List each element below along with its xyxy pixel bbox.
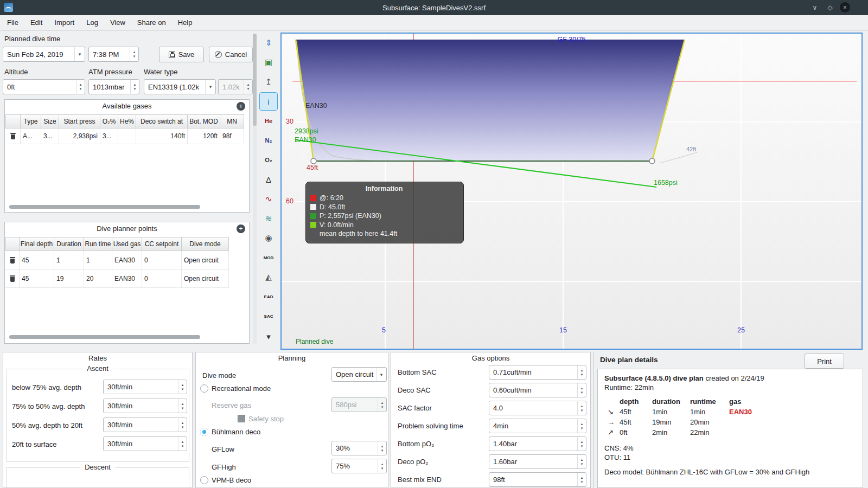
menu-import[interactable]: Import	[48, 15, 80, 30]
point-gas-cell[interactable]: EAN30	[112, 269, 142, 288]
point-setpoint-cell[interactable]: 0	[142, 269, 182, 288]
ceiling-icon[interactable]: ↥	[259, 73, 278, 91]
add-point-button[interactable]: +	[237, 224, 245, 233]
gas-mnd-cell[interactable]: 98f	[220, 129, 244, 144]
nitrogen-icon[interactable]: N₂	[259, 131, 278, 150]
water-type-combobox[interactable]: EN13319 (1.02k ▾	[144, 79, 216, 94]
points-horizontal-scrollbar[interactable]	[9, 335, 200, 339]
print-button[interactable]: Print	[805, 354, 844, 369]
spinner-arrows[interactable]: ▴▾	[178, 437, 187, 451]
sac-icon[interactable]: SAC	[259, 307, 278, 325]
col-final-depth[interactable]: Final depth	[20, 237, 54, 251]
col-start-press[interactable]: Start press	[59, 114, 100, 129]
mod-icon[interactable]: MOD	[259, 248, 278, 267]
vpmb-deco-radio[interactable]	[200, 476, 208, 484]
rate-spinner[interactable]: 30ft/min ▴▾	[103, 399, 187, 413]
menu-view[interactable]: View	[104, 15, 131, 30]
spinner-arrows[interactable]: ▴▾	[130, 80, 139, 94]
deco-po2-spinner[interactable]: 1.60bar ▴▾	[489, 454, 586, 469]
menu-share-on[interactable]: Share on	[131, 15, 172, 30]
col-used-gas[interactable]: Used gas	[112, 237, 142, 251]
buhlmann-deco-radio[interactable]	[200, 428, 208, 436]
spinner-arrows[interactable]: ▴▾	[178, 418, 187, 432]
cancel-button[interactable]: Cancel	[209, 47, 253, 62]
minimize-icon[interactable]: ∨	[809, 2, 820, 13]
scale-icon[interactable]: ⇕	[259, 34, 278, 52]
menu-log[interactable]: Log	[80, 15, 104, 30]
dive-profile-chart[interactable]: GF 30/75 30 60 5 15 25 Planned dive EAN3…	[280, 33, 863, 350]
col-bot-mod[interactable]: Bot. MOD	[188, 114, 220, 129]
col-delete[interactable]	[5, 114, 21, 129]
spinner-arrows[interactable]: ▴▾	[378, 441, 386, 455]
table-row[interactable]: 45 19 20 EAN30 0 Open circuit	[5, 269, 229, 288]
recreational-mode-radio[interactable]	[200, 384, 208, 393]
spinner-arrows[interactable]: ▴▾	[577, 437, 586, 451]
left-panel-scrollbar[interactable]	[253, 34, 257, 344]
point-depth-cell[interactable]: 45	[20, 251, 54, 269]
gas-deco-switch-cell[interactable]: 140ft	[136, 129, 188, 144]
delete-point-button[interactable]	[5, 269, 20, 288]
chevron-down-icon[interactable]: ▾	[74, 47, 85, 61]
spinner-arrows[interactable]: ▴▾	[178, 399, 187, 413]
info-icon[interactable]: i	[259, 92, 278, 111]
scrollbar-thumb[interactable]	[253, 34, 257, 126]
spinner-arrows[interactable]: ▴▾	[577, 455, 586, 468]
problem-solving-time-spinner[interactable]: 4min ▴▾	[489, 419, 586, 433]
spinner-arrows[interactable]: ▴▾	[577, 365, 586, 379]
dive-time-spinner[interactable]: 7:38 PM ▴▾	[88, 47, 139, 62]
heart-rate-icon[interactable]: ∿	[259, 190, 278, 208]
spinner-arrows[interactable]: ▴▾	[577, 401, 586, 415]
col-delete[interactable]	[5, 237, 20, 251]
point-mode-cell[interactable]: Open circuit	[182, 251, 229, 269]
spinner-arrows[interactable]: ▴▾	[577, 419, 586, 433]
menu-edit[interactable]: Edit	[24, 15, 48, 30]
deco-icon[interactable]: ◭	[259, 268, 278, 286]
rate-spinner[interactable]: 30ft/min ▴▾	[103, 380, 187, 394]
point-duration-cell[interactable]: 19	[54, 269, 84, 288]
delete-point-button[interactable]	[5, 251, 20, 269]
gas-start-press-cell[interactable]: 2,938psi	[59, 129, 100, 144]
col-cc-setpoint[interactable]: CC setpoint	[142, 237, 182, 251]
gas-bot-mod-cell[interactable]: 120ft	[188, 129, 220, 144]
spinner-arrows[interactable]: ▴▾	[130, 47, 138, 61]
col-run-time[interactable]: Run time	[84, 237, 112, 251]
delete-gas-button[interactable]	[5, 129, 21, 144]
col-size[interactable]: Size	[41, 114, 59, 129]
oxygen-icon[interactable]: O₂	[259, 151, 278, 169]
col-o2[interactable]: O₂%	[100, 114, 118, 129]
maximize-icon[interactable]: ◇	[825, 2, 835, 13]
menu-help[interactable]: Help	[172, 15, 199, 30]
dive-mode-combobox[interactable]: Open circuit ▾	[331, 367, 387, 382]
point-duration-cell[interactable]: 1	[54, 251, 84, 269]
col-he[interactable]: He%	[118, 114, 136, 129]
close-icon[interactable]: ×	[840, 2, 850, 12]
ead-icon[interactable]: EAD	[259, 287, 278, 306]
spinner-arrows[interactable]: ▴▾	[76, 80, 85, 94]
point-depth-cell[interactable]: 45	[20, 269, 54, 288]
gas-he-cell[interactable]	[118, 129, 136, 144]
altitude-spinner[interactable]: 0ft ▴▾	[3, 79, 85, 94]
deco-sac-spinner[interactable]: 0.60cuft/min ▴▾	[489, 383, 586, 397]
col-dive-mode[interactable]: Dive mode	[182, 237, 229, 251]
col-deco-switch[interactable]: Deco switch at	[136, 114, 188, 129]
col-type[interactable]: Type	[21, 114, 41, 129]
sac-factor-spinner[interactable]: 4.0 ▴▾	[489, 401, 586, 415]
rate-spinner[interactable]: 30ft/min ▴▾	[103, 436, 187, 451]
gases-horizontal-scrollbar[interactable]	[9, 205, 200, 209]
dive-date-combobox[interactable]: Sun Feb 24, 2019 ▾	[3, 47, 85, 62]
collapse-icon[interactable]: ▾	[259, 328, 278, 346]
point-gas-cell[interactable]: EAN30	[112, 251, 142, 269]
spinner-arrows[interactable]: ▴▾	[178, 380, 187, 394]
helium-icon[interactable]: He	[259, 112, 278, 130]
table-row[interactable]: 45 1 1 EAN30 0 Open circuit	[5, 251, 229, 269]
best-mix-end-spinner[interactable]: 98ft ▴▾	[489, 472, 586, 487]
gflow-spinner[interactable]: 30% ▴▾	[331, 441, 387, 455]
chevron-down-icon[interactable]: ▾	[376, 368, 386, 381]
bottom-sac-spinner[interactable]: 0.71cuft/min ▴▾	[489, 365, 586, 380]
point-setpoint-cell[interactable]: 0	[142, 251, 182, 269]
col-mnd[interactable]: MN	[220, 114, 244, 129]
menu-file[interactable]: File	[1, 15, 24, 30]
point-mode-cell[interactable]: Open circuit	[182, 269, 229, 288]
point-runtime-cell[interactable]: 20	[84, 269, 112, 288]
spinner-arrows[interactable]: ▴▾	[577, 473, 586, 486]
